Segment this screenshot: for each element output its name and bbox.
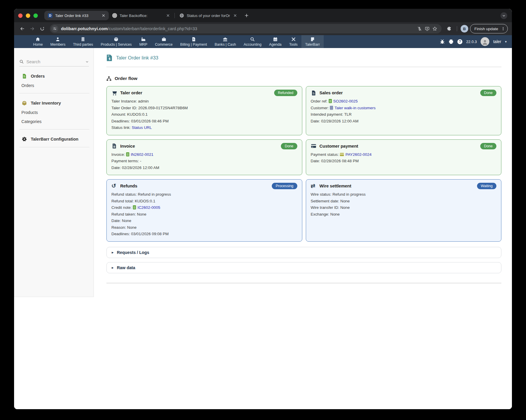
box-gold-icon bbox=[22, 100, 27, 106]
sidebar-section-title: Taler Inventory bbox=[31, 101, 61, 105]
menu-item-home[interactable]: Home bbox=[29, 35, 47, 48]
menu-item-tools[interactable]: Tools bbox=[285, 35, 301, 48]
card-line-text: Deadlines: 03/01/2026 08:46 PM bbox=[111, 119, 169, 123]
collapsible-sections: ▸Requests / Logs▸Raw data bbox=[106, 247, 501, 273]
collapsible-raw-data[interactable]: ▸Raw data bbox=[106, 262, 501, 273]
menu-item-billing-payment[interactable]: Billing | Payment bbox=[177, 35, 211, 48]
sitemap-icon bbox=[106, 76, 111, 81]
menu-item-members[interactable]: Members bbox=[47, 35, 69, 48]
help-icon[interactable]: ? bbox=[457, 39, 462, 44]
menu-item-products-services[interactable]: Products | Services bbox=[97, 35, 135, 48]
top-menu-right: ? 22.0.3 taler ▾ bbox=[440, 37, 507, 46]
page-title: Taler Order link #33 bbox=[116, 55, 158, 61]
card-link[interactable]: Taler walk-in customers bbox=[335, 106, 376, 110]
menu-item-banks-cash[interactable]: Banks | Cash bbox=[211, 35, 240, 48]
card-line-text: Settlement date: None bbox=[311, 199, 350, 203]
card-line-text: Payment status: bbox=[311, 152, 340, 157]
card-olive-icon bbox=[340, 153, 344, 156]
invoice-icon bbox=[111, 143, 117, 149]
forward-button[interactable] bbox=[28, 25, 36, 33]
menu-item-third-parties[interactable]: Third parties bbox=[69, 35, 97, 48]
user-menu[interactable]: taler bbox=[493, 39, 501, 44]
card-link[interactable]: SO2602-0025 bbox=[333, 99, 358, 103]
search-dropdown-icon[interactable] bbox=[85, 60, 89, 64]
browser-tab[interactable]: Status of your order forOrder bbox=[176, 11, 240, 20]
profile-avatar[interactable]: B bbox=[461, 25, 468, 33]
card-line: Payment status: PAY2602-0024 bbox=[311, 151, 497, 158]
card-line: Date: 02/28/2026 12:00 AM bbox=[111, 165, 297, 171]
browser-menu-icon[interactable] bbox=[500, 26, 506, 31]
back-button[interactable] bbox=[18, 25, 26, 33]
sidebar-item-products[interactable]: Products bbox=[21, 110, 94, 115]
status-badge: Processing bbox=[272, 183, 297, 189]
card-line: Amount: KUDOS:0.1 bbox=[111, 111, 297, 118]
card-wire-settlement: ⇄Wire settlementWaitingWire status: Refu… bbox=[306, 179, 502, 242]
magnifier-icon bbox=[250, 37, 255, 42]
sidebar-item-orders[interactable]: Orders bbox=[21, 83, 94, 88]
app-top-menu: HomeMembersThird partiesProducts | Servi… bbox=[14, 35, 512, 48]
window-zoom-button[interactable] bbox=[33, 13, 38, 18]
tab-search-button[interactable] bbox=[500, 12, 507, 19]
card-line-text: Status link: bbox=[111, 125, 132, 130]
browser-tab[interactable]: Taler Backoffice: bbox=[109, 11, 173, 20]
mic-off-icon[interactable] bbox=[416, 25, 423, 33]
menu-item-agenda[interactable]: Agenda bbox=[265, 35, 285, 48]
search-input[interactable] bbox=[26, 59, 83, 64]
building-icon bbox=[81, 37, 85, 42]
reload-button[interactable] bbox=[38, 25, 46, 33]
sidebar-item-categories[interactable]: Categories bbox=[21, 119, 94, 124]
site-info-icon[interactable] bbox=[51, 25, 58, 32]
bank-icon bbox=[223, 37, 228, 42]
collapsible-requests-logs[interactable]: ▸Requests / Logs bbox=[106, 247, 501, 258]
card-line: Reason: None bbox=[111, 224, 297, 231]
menu-item-accounting[interactable]: Accounting bbox=[240, 35, 265, 48]
card-line: Refund total: KUDOS:0.1 bbox=[111, 198, 297, 205]
user-menu-chevron-icon[interactable]: ▾ bbox=[505, 40, 507, 44]
card-customer-payment: Customer paymentDonePayment status: PAY2… bbox=[306, 139, 502, 175]
card-link[interactable]: Status URL bbox=[132, 125, 152, 130]
window-minimize-button[interactable] bbox=[26, 13, 30, 18]
card-refunds: ↺RefundsProcessingRefund status: Refund … bbox=[106, 179, 302, 242]
card-line-text: Taler Instance: admin bbox=[111, 99, 149, 103]
users-icon bbox=[55, 37, 60, 42]
menu-item-talerbarr[interactable]: TalerBarr bbox=[301, 35, 324, 48]
menu-item-commerce[interactable]: Commerce bbox=[151, 35, 176, 48]
file-icon bbox=[311, 90, 316, 96]
extensions-icon[interactable] bbox=[445, 25, 453, 33]
card-link[interactable]: IC2602-0005 bbox=[138, 205, 160, 210]
card-line: Deadlines: 03/01/2026 08:46 PM bbox=[111, 118, 297, 125]
sidebar-divider bbox=[19, 129, 89, 129]
toolbar-divider bbox=[457, 26, 457, 31]
tab-strip: DTaler Order link #33Taler Backoffice:St… bbox=[14, 9, 512, 22]
install-icon[interactable] bbox=[423, 25, 431, 33]
print-icon[interactable] bbox=[449, 39, 454, 44]
browser-tab[interactable]: DTaler Order link #33 bbox=[44, 11, 109, 20]
card-line: Refund taken: None bbox=[111, 211, 297, 218]
desktop-background: DTaler Order link #33Taler Backoffice:St… bbox=[0, 0, 526, 420]
card-header: Taler orderRefunded bbox=[111, 90, 297, 96]
sidebar-section-header: Taler Inventory bbox=[14, 100, 94, 106]
left-sidebar: OrdersOrdersTaler InventoryProductsCateg… bbox=[14, 48, 94, 297]
main-content: $ Taler Order link #33 Order flow Taler … bbox=[94, 48, 512, 283]
finish-update-button[interactable]: Finish update bbox=[470, 24, 508, 33]
tab-close-icon[interactable] bbox=[101, 13, 106, 18]
tab-close-icon[interactable] bbox=[233, 13, 237, 18]
card-line-text: Payment terms: - bbox=[111, 159, 141, 163]
window-close-button[interactable] bbox=[18, 13, 23, 18]
building-icon bbox=[330, 106, 333, 110]
new-tab-button[interactable] bbox=[243, 12, 250, 19]
address-bar[interactable]: dolibarr.potuzhnyi.com/custom/talerbarr/… bbox=[50, 24, 442, 33]
menu-item-label: Agenda bbox=[269, 42, 281, 47]
card-line-text: Intended payment: TLR bbox=[311, 112, 352, 117]
card-link[interactable]: IN2602-0021 bbox=[131, 152, 153, 157]
card-link[interactable]: PAY2602-0024 bbox=[345, 152, 371, 157]
card-line-text: Exchange: None bbox=[311, 212, 340, 216]
bug-report-icon[interactable] bbox=[440, 39, 445, 44]
card-icon bbox=[311, 143, 316, 149]
tab-close-icon[interactable] bbox=[166, 13, 170, 18]
user-avatar[interactable] bbox=[481, 37, 489, 46]
bookmark-star-icon[interactable] bbox=[431, 25, 439, 33]
card-line-text: Date: 02/28/2026 12:00 AM bbox=[111, 165, 159, 170]
menu-item-mrp[interactable]: MRP bbox=[135, 35, 151, 48]
cart-icon bbox=[111, 90, 117, 96]
